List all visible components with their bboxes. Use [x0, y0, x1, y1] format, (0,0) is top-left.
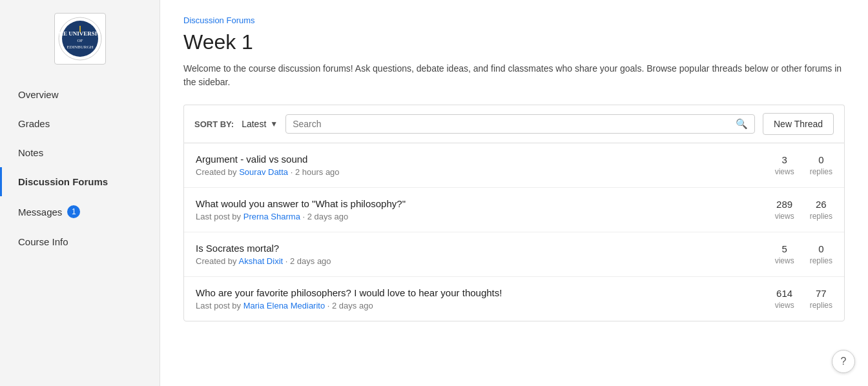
thread-title: What would you answer to "What is philos… — [196, 198, 755, 209]
svg-text:EDINBURGH: EDINBURGH — [67, 45, 93, 50]
thread-stats: 5views0replies — [755, 243, 832, 266]
svg-text:OF: OF — [77, 38, 83, 43]
replies-count: 0 — [810, 154, 832, 165]
thread-item[interactable]: Is Socrates mortal?Created by Akshat Dix… — [184, 232, 844, 277]
thread-views: 3views — [775, 154, 794, 177]
sort-value: Latest — [242, 119, 266, 129]
search-container: 🔍 — [285, 114, 755, 134]
thread-author: Sourav Datta — [239, 167, 288, 177]
thread-meta: Last post by Prerna Sharma · 2 days ago — [196, 212, 755, 221]
thread-body: What would you answer to "What is philos… — [196, 198, 755, 221]
sidebar-item-label-overview: Overview — [18, 89, 59, 100]
thread-list: Argument - valid vs soundCreated by Sour… — [183, 143, 845, 321]
replies-label: replies — [810, 301, 832, 310]
sidebar-item-discussion-forums[interactable]: Discussion Forums — [0, 167, 160, 196]
sidebar-item-label-discussion-forums: Discussion Forums — [18, 176, 108, 187]
sort-label: SORT BY: — [194, 119, 234, 129]
sort-select[interactable]: Latest ▼ — [242, 119, 278, 129]
sidebar-item-label-grades: Grades — [18, 118, 50, 129]
thread-views: 289views — [775, 199, 794, 221]
sort-chevron-icon: ▼ — [270, 119, 278, 128]
university-logo: THE UNIVERSITY OF EDINBURGH — [54, 13, 106, 65]
views-count: 614 — [775, 288, 794, 299]
search-input[interactable] — [293, 119, 736, 129]
sidebar-item-messages[interactable]: Messages1 — [0, 196, 160, 227]
thread-stats: 614views77replies — [755, 288, 832, 310]
thread-stats: 3views0replies — [755, 154, 832, 177]
thread-item[interactable]: Argument - valid vs soundCreated by Sour… — [184, 143, 844, 188]
views-count: 289 — [775, 199, 794, 210]
sidebar: THE UNIVERSITY OF EDINBURGH OverviewGrad… — [0, 0, 160, 386]
replies-label: replies — [810, 212, 832, 221]
sidebar-item-label-messages: Messages — [18, 207, 62, 218]
thread-author: Prerna Sharma — [243, 212, 300, 221]
forums-toolbar: SORT BY: Latest ▼ 🔍 New Thread — [183, 105, 845, 143]
sidebar-item-label-notes: Notes — [18, 147, 43, 158]
views-count: 3 — [775, 154, 794, 165]
help-button[interactable]: ? — [832, 350, 855, 373]
views-label: views — [775, 167, 794, 176]
sidebar-item-notes[interactable]: Notes — [0, 138, 160, 167]
views-label: views — [775, 256, 794, 265]
views-label: views — [775, 212, 794, 221]
search-icon[interactable]: 🔍 — [736, 118, 748, 130]
sidebar-nav: OverviewGradesNotesDiscussion ForumsMess… — [0, 80, 160, 256]
thread-meta: Created by Sourav Datta · 2 hours ago — [196, 167, 755, 177]
thread-item[interactable]: What would you answer to "What is philos… — [184, 188, 844, 232]
thread-replies: 0replies — [810, 154, 832, 177]
main-content: Discussion Forums Week 1 Welcome to the … — [160, 0, 868, 386]
thread-body: Is Socrates mortal?Created by Akshat Dix… — [196, 243, 755, 266]
thread-replies: 0replies — [810, 243, 832, 266]
thread-replies: 26replies — [810, 199, 832, 221]
thread-author: Akshat Dixit — [239, 256, 284, 266]
new-thread-button[interactable]: New Thread — [763, 113, 834, 135]
thread-replies: 77replies — [810, 288, 832, 310]
replies-label: replies — [810, 256, 832, 265]
replies-count: 77 — [810, 288, 832, 299]
sidebar-badge-messages: 1 — [67, 205, 80, 218]
thread-item[interactable]: Who are your favorite philosophers? I wo… — [184, 277, 844, 321]
thread-title: Is Socrates mortal? — [196, 243, 755, 254]
thread-stats: 289views26replies — [755, 199, 832, 221]
thread-author: Maria Elena Mediarito — [243, 301, 325, 310]
views-count: 5 — [775, 243, 794, 254]
thread-body: Who are your favorite philosophers? I wo… — [196, 287, 755, 310]
replies-label: replies — [810, 167, 832, 176]
sidebar-item-grades[interactable]: Grades — [0, 109, 160, 138]
breadcrumb[interactable]: Discussion Forums — [183, 15, 845, 25]
thread-meta: Last post by Maria Elena Mediarito · 2 d… — [196, 301, 755, 310]
sidebar-item-course-info[interactable]: Course Info — [0, 227, 160, 256]
thread-title: Argument - valid vs sound — [196, 154, 755, 165]
thread-body: Argument - valid vs soundCreated by Sour… — [196, 154, 755, 177]
replies-count: 0 — [810, 243, 832, 254]
views-label: views — [775, 301, 794, 310]
page-title: Week 1 — [183, 30, 845, 54]
thread-title: Who are your favorite philosophers? I wo… — [196, 287, 755, 298]
thread-meta: Created by Akshat Dixit · 2 days ago — [196, 256, 755, 266]
sidebar-item-label-course-info: Course Info — [18, 236, 68, 247]
replies-count: 26 — [810, 199, 832, 210]
page-description: Welcome to the course discussion forums!… — [183, 62, 845, 89]
thread-views: 614views — [775, 288, 794, 310]
sidebar-item-overview[interactable]: Overview — [0, 80, 160, 109]
thread-views: 5views — [775, 243, 794, 266]
